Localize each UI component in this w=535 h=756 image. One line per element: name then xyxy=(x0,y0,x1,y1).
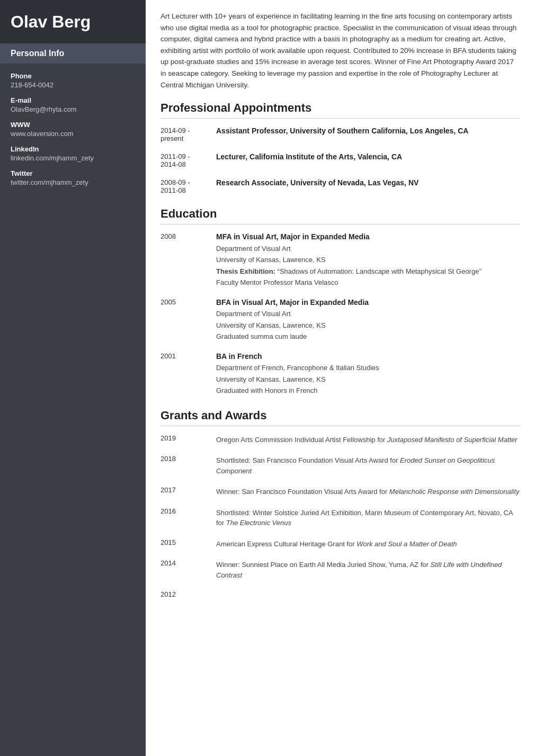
name-block: Olav Berg xyxy=(0,0,146,43)
grant-entry-2017: 2017 Winner: San Francisco Foundation Vi… xyxy=(160,485,520,497)
education-mentor-1: Faculty Mentor Professor Maria Velasco xyxy=(216,277,520,288)
appointment-entry-2: 2011-09 -2014-08 Lecturer, California In… xyxy=(160,152,520,168)
grant-italic-2014: Still Life with Undefined Contrast xyxy=(216,561,502,579)
grant-detail-2016: Shortlisted: Winter Solstice Juried Art … xyxy=(216,508,520,528)
appointment-entry-3: 2008-09 -2011-08 Research Associate, Uni… xyxy=(160,178,520,194)
grant-date-2018: 2018 xyxy=(160,454,216,476)
grant-date-2014: 2014 xyxy=(160,559,216,580)
appointment-date-2: 2011-09 -2014-08 xyxy=(160,152,216,168)
personal-info-content: Phone 218-654-0042 E-mail OlavBerg@rhyta… xyxy=(0,64,146,202)
appointment-content-3: Research Associate, University of Nevada… xyxy=(216,178,520,194)
grant-date-2016: 2016 xyxy=(160,507,216,528)
email-value: OlavBerg@rhyta.com xyxy=(11,105,135,113)
grant-entry-2016: 2016 Shortlisted: Winter Solstice Juried… xyxy=(160,507,520,528)
sidebar: Olav Berg Personal Info Phone 218-654-00… xyxy=(0,0,146,756)
grant-detail-2015: American Express Cultural Heritage Grant… xyxy=(216,539,520,550)
email-item: E-mail OlavBerg@rhyta.com xyxy=(11,96,135,113)
grant-italic-2017: Melancholic Response with Dimensionality xyxy=(389,488,520,496)
personal-info-heading: Personal Info xyxy=(0,43,146,64)
education-title: Education xyxy=(160,207,520,224)
grants-title: Grants and Awards xyxy=(160,409,520,426)
grant-detail-2017: Winner: San Francisco Foundation Visual … xyxy=(216,487,520,497)
grant-content-2019: Oregon Arts Commission Individual Artist… xyxy=(216,434,520,445)
education-date-3: 2001 xyxy=(160,352,216,396)
phone-value: 218-654-0042 xyxy=(11,81,135,89)
appointment-title-3: Research Associate, University of Nevada… xyxy=(216,178,520,188)
grant-detail-2019: Oregon Arts Commission Individual Artist… xyxy=(216,435,520,445)
full-name: Olav Berg xyxy=(11,12,135,32)
email-label: E-mail xyxy=(11,96,135,104)
grant-italic-2018: Eroded Sunset on Geopoliticus Component xyxy=(216,456,495,475)
grant-entry-2015: 2015 American Express Cultural Heritage … xyxy=(160,538,520,550)
twitter-label: Twitter xyxy=(11,169,135,177)
education-univ-1: University of Kansas, Lawrence, KS xyxy=(216,255,520,265)
linkedin-value: linkedin.com/mjhamm_zety xyxy=(11,154,135,162)
education-content-3: BA in French Department of French, Franc… xyxy=(216,352,520,396)
education-entry-1: 2008 MFA in Visual Art, Major in Expande… xyxy=(160,232,520,288)
grant-date-2019: 2019 xyxy=(160,434,216,445)
phone-item: Phone 218-654-0042 xyxy=(11,72,135,89)
appointments-section: Professional Appointments 2014-09 -prese… xyxy=(160,101,520,194)
main-content: Art Lecturer with 10+ years of experienc… xyxy=(146,0,535,756)
appointment-title-1: Assistant Professor, University of South… xyxy=(216,126,520,137)
appointment-date-1: 2014-09 -present xyxy=(160,126,216,142)
education-dept-1: Department of Visual Art xyxy=(216,244,520,254)
education-thesis-1: Thesis Exhibition: “Shadows of Automatio… xyxy=(216,266,520,277)
grant-detail-2018: Shortlisted: San Francisco Foundation Vi… xyxy=(216,455,520,476)
thesis-label: Thesis Exhibition: xyxy=(216,267,275,275)
appointment-date-3: 2008-09 -2011-08 xyxy=(160,178,216,194)
grants-section: Grants and Awards 2019 Oregon Arts Commi… xyxy=(160,409,520,599)
www-value: www.olaversion.com xyxy=(11,130,135,138)
appointment-content-1: Assistant Professor, University of South… xyxy=(216,126,520,142)
grant-date-2012: 2012 xyxy=(160,590,216,598)
education-date-1: 2008 xyxy=(160,232,216,288)
education-content-1: MFA in Visual Art, Major in Expanded Med… xyxy=(216,232,520,288)
education-section: Education 2008 MFA in Visual Art, Major … xyxy=(160,207,520,396)
linkedin-item: LinkedIn linkedin.com/mjhamm_zety xyxy=(11,145,135,162)
appointment-content-2: Lecturer, California Institute of the Ar… xyxy=(216,152,520,168)
grant-entry-2014: 2014 Winner: Sunniest Place on Earth All… xyxy=(160,559,520,580)
grant-content-2015: American Express Cultural Heritage Grant… xyxy=(216,538,520,550)
education-entry-2: 2005 BFA in Visual Art, Major in Expande… xyxy=(160,298,520,342)
education-degree-2: BFA in Visual Art, Major in Expanded Med… xyxy=(216,298,520,308)
grant-entry-2018: 2018 Shortlisted: San Francisco Foundati… xyxy=(160,454,520,476)
twitter-value: twitter.com/mjhamm_zety xyxy=(11,178,135,186)
education-univ-2: University of Kansas, Lawrence, KS xyxy=(216,320,520,331)
www-label: WWW xyxy=(11,121,135,129)
grant-italic-2015: Work and Soul a Matter of Death xyxy=(356,540,457,548)
education-degree-3: BA in French xyxy=(216,352,520,362)
www-item: WWW www.olaversion.com xyxy=(11,121,135,138)
education-content-2: BFA in Visual Art, Major in Expanded Med… xyxy=(216,298,520,342)
grant-content-2017: Winner: San Francisco Foundation Visual … xyxy=(216,485,520,497)
education-graduated-3: Graduated with Honors in French xyxy=(216,385,520,396)
appointment-title-2: Lecturer, California Institute of the Ar… xyxy=(216,152,520,163)
education-entry-3: 2001 BA in French Department of French, … xyxy=(160,352,520,396)
grant-italic-2019: Juxtaposed Manifesto of Superficial Matt… xyxy=(387,436,518,444)
education-graduated-2: Graduated summa cum laude xyxy=(216,331,520,342)
grant-content-2014: Winner: Sunniest Place on Earth All Medi… xyxy=(216,559,520,580)
education-date-2: 2005 xyxy=(160,298,216,342)
grant-italic-2016: The Electronic Venus xyxy=(226,519,291,527)
grant-entry-2012: 2012 xyxy=(160,590,520,598)
education-dept-2: Department of Visual Art xyxy=(216,309,520,319)
linkedin-label: LinkedIn xyxy=(11,145,135,153)
twitter-item: Twitter twitter.com/mjhamm_zety xyxy=(11,169,135,186)
grant-detail-2014: Winner: Sunniest Place on Earth All Medi… xyxy=(216,560,520,580)
grant-content-2018: Shortlisted: San Francisco Foundation Vi… xyxy=(216,454,520,476)
summary: Art Lecturer with 10+ years of experienc… xyxy=(160,11,520,91)
appointments-title: Professional Appointments xyxy=(160,101,520,119)
grant-date-2015: 2015 xyxy=(160,538,216,550)
grant-entry-2019: 2019 Oregon Arts Commission Individual A… xyxy=(160,434,520,445)
grant-content-2012 xyxy=(216,590,520,598)
phone-label: Phone xyxy=(11,72,135,80)
grant-date-2017: 2017 xyxy=(160,485,216,497)
education-degree-1: MFA in Visual Art, Major in Expanded Med… xyxy=(216,232,520,242)
education-univ-3: University of Kansas, Lawrence, KS xyxy=(216,374,520,385)
appointment-entry-1: 2014-09 -present Assistant Professor, Un… xyxy=(160,126,520,142)
grant-content-2016: Shortlisted: Winter Solstice Juried Art … xyxy=(216,507,520,528)
education-dept-3: Department of French, Francophone & Ital… xyxy=(216,363,520,373)
